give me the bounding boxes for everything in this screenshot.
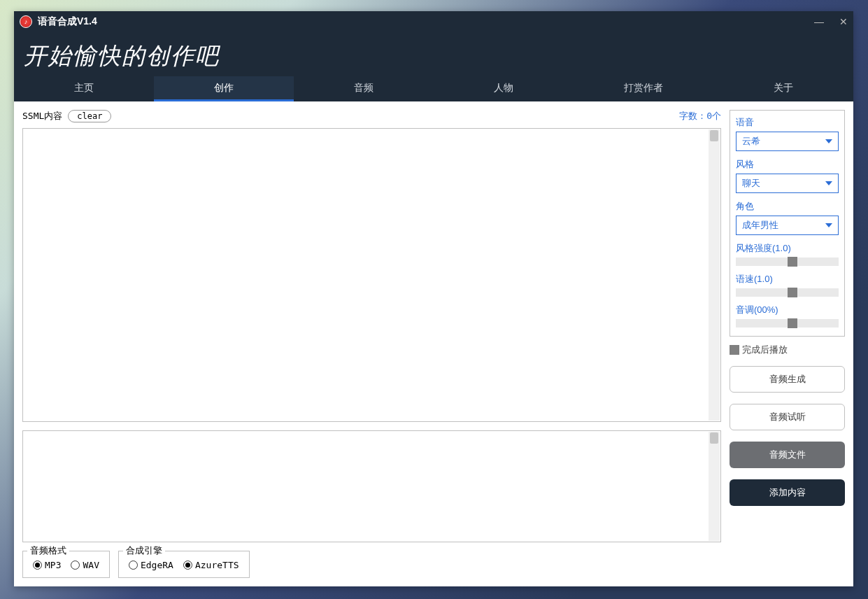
slider-thumb[interactable] <box>788 257 797 267</box>
radio-dot-icon <box>33 561 42 570</box>
slogan-text: 开始愉快的创作吧 <box>14 38 853 76</box>
chevron-down-icon <box>825 139 832 143</box>
clear-button[interactable]: clear <box>68 110 111 122</box>
ssml-header-row: SSML内容 clear 字数：0个 <box>22 110 721 122</box>
left-column: SSML内容 clear 字数：0个 音频格式 MP3 <box>22 110 721 578</box>
play-after-checkbox[interactable]: 完成后播放 <box>730 344 845 356</box>
scrollbar-thumb[interactable] <box>710 130 718 141</box>
pitch-slider[interactable] <box>736 319 839 327</box>
header-region: 开始愉快的创作吧 主页 创作 音频 人物 打赏作者 关于 <box>14 32 853 101</box>
scrollbar[interactable] <box>709 129 720 421</box>
ssml-label: SSML内容 <box>22 110 62 122</box>
radio-dot-icon <box>71 561 80 570</box>
rate-label: 语速(1.0) <box>736 273 839 286</box>
scrollbar-thumb[interactable] <box>710 432 718 444</box>
app-logo-icon: ♪ <box>20 15 32 28</box>
radio-mp3[interactable]: MP3 <box>33 560 61 570</box>
slider-thumb[interactable] <box>788 288 797 297</box>
body-region: SSML内容 clear 字数：0个 音频格式 MP3 <box>14 101 853 586</box>
voice-select[interactable]: 云希 <box>736 132 839 151</box>
pitch-label: 音调(00%) <box>736 304 839 316</box>
window-title: 语音合成V1.4 <box>38 15 97 28</box>
char-count-label: 字数：0个 <box>679 110 721 122</box>
audio-format-legend: 音频格式 <box>27 544 69 557</box>
audio-file-button[interactable]: 音频文件 <box>730 442 845 468</box>
tab-character[interactable]: 人物 <box>434 76 574 101</box>
tab-audio[interactable]: 音频 <box>294 76 434 101</box>
generate-audio-button[interactable]: 音频生成 <box>730 366 845 393</box>
title-bar: ♪ 语音合成V1.4 — ✕ <box>14 11 853 32</box>
radio-dot-icon <box>183 561 192 570</box>
tab-about[interactable]: 关于 <box>713 76 853 101</box>
tab-donate[interactable]: 打赏作者 <box>574 76 713 101</box>
style-label: 风格 <box>736 158 839 171</box>
right-sidebar: 语音 云希 风格 聊天 角色 成年男性 风格强度(1.0) <box>730 110 845 578</box>
output-textarea-wrap <box>22 430 721 542</box>
radio-azuretts[interactable]: AzureTTS <box>183 560 239 570</box>
chevron-down-icon <box>825 181 832 185</box>
preview-audio-button[interactable]: 音频试听 <box>730 404 845 430</box>
role-label: 角色 <box>736 200 839 213</box>
radio-wav[interactable]: WAV <box>71 560 99 570</box>
nav-tabs: 主页 创作 音频 人物 打赏作者 关于 <box>14 76 853 101</box>
add-content-button[interactable]: 添加内容 <box>730 479 845 506</box>
style-degree-label: 风格强度(1.0) <box>736 242 839 255</box>
scrollbar[interactable] <box>709 432 720 541</box>
role-select[interactable]: 成年男性 <box>736 216 839 235</box>
voice-label: 语音 <box>736 116 839 129</box>
minimize-button[interactable]: — <box>814 16 824 27</box>
synth-engine-legend: 合成引擎 <box>123 544 165 557</box>
style-select[interactable]: 聊天 <box>736 174 839 193</box>
close-button[interactable]: ✕ <box>839 16 848 27</box>
app-window: ♪ 语音合成V1.4 — ✕ 开始愉快的创作吧 主页 创作 音频 人物 打赏作者… <box>14 11 853 586</box>
tab-create[interactable]: 创作 <box>154 76 294 101</box>
output-textarea[interactable] <box>23 431 708 542</box>
radio-dot-icon <box>129 561 138 570</box>
ssml-textarea[interactable] <box>23 129 708 421</box>
window-controls: — ✕ <box>814 16 848 27</box>
rate-slider[interactable] <box>736 288 839 297</box>
radio-edgera[interactable]: EdgeRA <box>129 560 173 570</box>
slider-thumb[interactable] <box>788 318 797 328</box>
ssml-textarea-wrap <box>22 128 721 422</box>
synth-engine-fieldset: 合成引擎 EdgeRA AzureTTS <box>118 551 250 578</box>
checkbox-icon <box>730 345 739 355</box>
format-engine-row: 音频格式 MP3 WAV 合成引擎 <box>22 551 721 578</box>
audio-format-fieldset: 音频格式 MP3 WAV <box>22 551 110 578</box>
voice-settings-panel: 语音 云希 风格 聊天 角色 成年男性 风格强度(1.0) <box>730 110 845 337</box>
tab-home[interactable]: 主页 <box>14 76 154 101</box>
chevron-down-icon <box>825 223 832 227</box>
style-degree-slider[interactable] <box>736 258 839 266</box>
